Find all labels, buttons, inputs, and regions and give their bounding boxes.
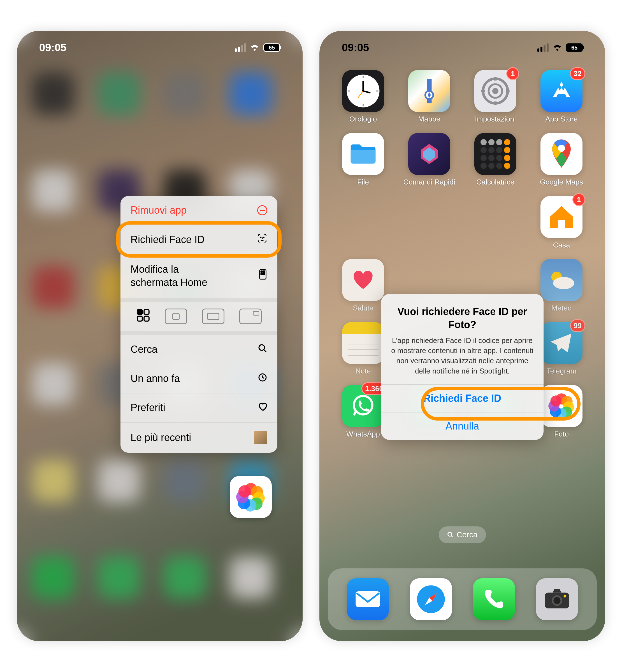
alert-cancel-button[interactable]: Annulla [381, 412, 544, 440]
camera-icon [543, 588, 571, 610]
whatsapp-icon [350, 394, 376, 419]
clock-icon [258, 373, 267, 385]
app-label: Google Maps [540, 178, 583, 186]
search-label: Cerca [457, 530, 478, 539]
dock-safari[interactable] [410, 578, 452, 620]
widget-size-3-icon[interactable] [202, 308, 224, 324]
menu-item-edit-home[interactable]: Modifica la schermata Home [120, 255, 277, 298]
badge: 1 [506, 67, 519, 80]
status-time: 09:05 [39, 42, 66, 54]
app-label: Mappe [418, 115, 441, 123]
app-label: Meteo [551, 304, 572, 312]
faceid-icon [257, 233, 267, 246]
photos-app-icon[interactable] [230, 476, 272, 518]
wifi-icon [250, 44, 260, 51]
app-impostazioni[interactable]: 1Impostazioni [466, 70, 525, 123]
appstore-icon [549, 78, 574, 104]
app-mappe[interactable]: Mappe [400, 70, 459, 123]
app-google-maps[interactable]: Google Maps [532, 133, 591, 186]
svg-rect-3 [261, 271, 263, 272]
app-comandi-rapidi[interactable]: Comandi Rapidi [400, 133, 459, 186]
svg-rect-26 [494, 77, 497, 80]
svg-rect-29 [506, 90, 509, 92]
status-bar: 09:05 65 [319, 31, 605, 64]
menu-label: Cerca [131, 343, 158, 355]
menu-label: Le più recenti [131, 432, 191, 444]
badge: 1 [573, 193, 585, 206]
gear-icon [480, 76, 511, 106]
app-label: Impostazioni [475, 115, 516, 123]
photos-flower-icon [237, 483, 265, 511]
maps-icon [418, 77, 441, 105]
menu-label: Un anno fa [131, 373, 180, 384]
menu-item-year-ago[interactable]: Un anno fa [120, 364, 277, 394]
photos-flower-icon [549, 394, 574, 419]
spotlight-search-pill[interactable]: Cerca [439, 526, 486, 543]
widget-size-4-icon[interactable] [239, 308, 262, 324]
app-label: Salute [353, 304, 374, 312]
badge: 99 [570, 319, 585, 332]
app-label: File [357, 178, 369, 186]
svg-rect-27 [494, 101, 497, 105]
svg-rect-9 [137, 316, 142, 321]
mail-icon [354, 589, 382, 609]
app-label: Comandi Rapidi [404, 178, 455, 186]
svg-rect-31 [558, 220, 565, 228]
shortcuts-icon [417, 141, 442, 166]
app-file[interactable]: File [334, 133, 393, 186]
menu-item-require-faceid[interactable]: Richiedi Face ID [120, 225, 277, 255]
menu-item-favorites[interactable]: Preferiti [120, 394, 277, 422]
svg-point-25 [492, 88, 498, 94]
app-appstore[interactable]: 32App Store [532, 70, 591, 123]
dock-phone[interactable] [473, 578, 515, 620]
widget-size-2-icon[interactable] [165, 308, 187, 324]
heart-icon [258, 402, 267, 414]
notes-icon [342, 322, 384, 364]
phone-right-screenshot: 09:05 65 Orologio Mappe 1Impostazioni 32… [319, 31, 605, 641]
svg-point-1 [263, 237, 264, 238]
recent-thumbnail [254, 431, 267, 444]
remove-icon: − [257, 205, 267, 215]
widget-size-small-icon[interactable] [136, 308, 150, 324]
google-maps-icon [550, 139, 573, 170]
svg-point-43 [553, 597, 560, 604]
app-casa[interactable]: 1Casa [532, 196, 591, 250]
weather-icon [546, 269, 577, 291]
folder-icon [349, 143, 377, 165]
heart-icon [352, 270, 374, 290]
app-label: WhatsApp [346, 430, 380, 439]
calculator-icon [478, 137, 513, 171]
svg-rect-7 [137, 309, 142, 314]
dock-camera[interactable] [536, 578, 578, 620]
alert-confirm-button[interactable]: Richiedi Face ID [381, 384, 544, 412]
svg-rect-10 [144, 316, 149, 321]
menu-label: Richiedi Face ID [131, 234, 205, 246]
menu-separator [120, 298, 277, 302]
svg-rect-8 [144, 309, 149, 314]
cellular-icon [538, 43, 549, 52]
menu-item-remove-app[interactable]: Rimuovi app − [120, 196, 277, 225]
battery-icon: 65 [566, 43, 583, 52]
phone-icon [482, 588, 506, 611]
menu-item-search[interactable]: Cerca [120, 335, 277, 364]
menu-item-recent[interactable]: Le più recenti [120, 422, 277, 453]
search-icon [447, 531, 454, 538]
safari-icon [414, 583, 448, 616]
app-label: Foto [554, 430, 569, 439]
app-calcolatrice[interactable]: Calcolatrice [466, 133, 525, 186]
apps-icon [258, 269, 267, 283]
home-icon [548, 204, 576, 230]
phone-left-screenshot: 09:05 65 Rimuovi app − Richiedi Face ID … [17, 31, 303, 641]
wifi-icon [553, 44, 562, 51]
app-label: Note [355, 367, 371, 375]
svg-point-30 [558, 145, 565, 152]
menu-label: Modifica la schermata Home [131, 263, 207, 289]
status-bar: 09:05 65 [17, 31, 303, 64]
app-orologio[interactable]: Orologio [334, 70, 393, 123]
dock-mail[interactable] [347, 578, 389, 620]
app-label: Telegram [547, 367, 577, 375]
svg-point-44 [563, 595, 566, 597]
svg-rect-4 [263, 271, 265, 272]
faceid-alert: Vuoi richiedere Face ID per Foto? L'app … [381, 294, 544, 440]
svg-point-0 [261, 237, 261, 238]
